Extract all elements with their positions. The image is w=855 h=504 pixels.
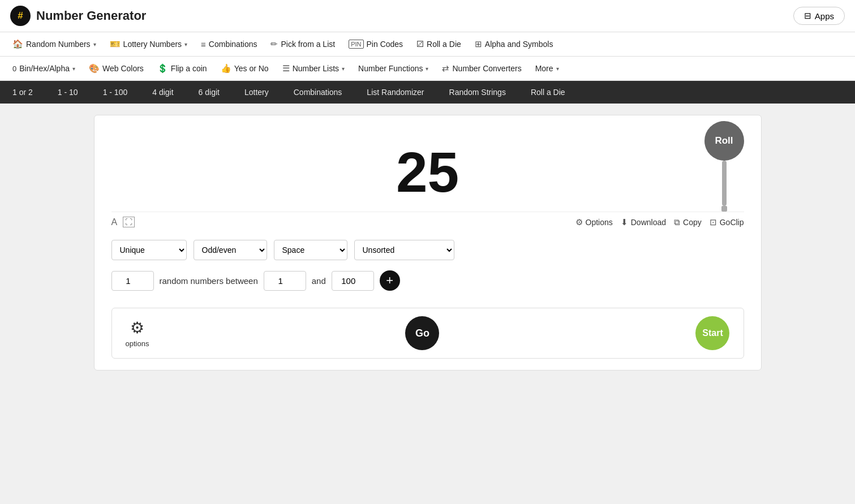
nav2-6digit[interactable]: 6 digit <box>186 81 232 104</box>
apps-label: Apps <box>815 11 834 21</box>
nav1-pin-codes[interactable]: PIN Pin Codes <box>342 33 410 55</box>
nav2-1-10[interactable]: 1 - 10 <box>45 81 91 104</box>
arrow-icon-6: ▾ <box>556 66 559 72</box>
font-size-button[interactable]: A <box>111 217 118 227</box>
nav2-1or2[interactable]: 1 or 2 <box>0 81 45 104</box>
nav1-bin-hex[interactable]: 0 Bin/Hex/Alpha ▾ <box>6 57 82 80</box>
nav1-roll-a-die[interactable]: ⚂ Roll a Die <box>410 32 468 56</box>
nav1-number-functions[interactable]: Number Functions ▾ <box>351 57 435 80</box>
max-input[interactable] <box>332 271 374 291</box>
nav2-combinations[interactable]: Combinations <box>281 81 355 104</box>
toolbar-left: A ⛶ <box>111 217 566 227</box>
separator-select[interactable]: Space Comma New line <box>274 240 347 260</box>
apps-button[interactable]: ⊟ Apps <box>793 7 845 25</box>
expand-icon: ⛶ <box>123 217 135 227</box>
site-title: Number Generator <box>36 8 146 23</box>
arrow-icon-5: ▾ <box>426 66 428 72</box>
nav2-4digit[interactable]: 4 digit <box>140 81 186 104</box>
odd-even-select[interactable]: Odd/even Odd only Even only <box>194 240 267 260</box>
logo-icon: # <box>10 6 31 26</box>
arrow-icon-2: ▾ <box>184 41 187 48</box>
copy-label: Copy <box>683 218 702 227</box>
nav1-number-converters[interactable]: ⇄ Number Converters <box>435 57 528 80</box>
convert-icon: ⇄ <box>442 63 449 74</box>
nav1-pick-from-list[interactable]: ✏ Pick from a List <box>264 32 342 56</box>
nav2-list-randomizer[interactable]: List Randomizer <box>354 81 436 104</box>
main-content: Roll 25 A ⛶ ⚙ Options <box>88 104 767 382</box>
tablet-icon: ⊟ <box>804 11 811 21</box>
goclip-icon: ⊡ <box>710 217 717 227</box>
thumbs-icon: 👍 <box>221 63 231 74</box>
nav1-alpha-symbols[interactable]: ⊞ Alpha and Symbols <box>468 32 560 56</box>
expand-button[interactable]: ⛶ <box>123 217 135 227</box>
goclip-label: GoClip <box>720 218 744 227</box>
bottom-bar: ⚙ options Go Start <box>111 308 744 359</box>
download-button[interactable]: ⬇ Download <box>621 217 666 227</box>
nav1-combinations[interactable]: ≡ Combinations <box>194 33 264 56</box>
nav2: 1 or 2 1 - 10 1 - 100 4 digit 6 digit Lo… <box>0 81 855 104</box>
nav1-flip-coin-label: Flip a coin <box>171 64 207 73</box>
options-button[interactable]: ⚙ Options <box>575 217 613 227</box>
nav1-number-lists[interactable]: ☰ Number Lists ▾ <box>276 57 351 80</box>
rng-between-label: random numbers between <box>160 276 258 286</box>
copy-button[interactable]: ⧉ Copy <box>674 217 702 227</box>
nav2-lottery[interactable]: Lottery <box>232 81 281 104</box>
nav1-number-lists-label: Number Lists <box>293 64 339 73</box>
and-label: and <box>312 276 326 286</box>
copy-icon: ⧉ <box>674 217 680 227</box>
generator-card: Roll 25 A ⛶ ⚙ Options <box>94 115 762 371</box>
nav1-row2: 0 Bin/Hex/Alpha ▾ 🎨 Web Colors 💲 Flip a … <box>0 57 855 81</box>
nav1-lottery-numbers[interactable]: 🎫 Lottery Numbers ▾ <box>103 32 194 56</box>
toolbar-right: ⚙ Options ⬇ Download ⧉ Copy ⊡ GoClip <box>575 217 744 227</box>
nav1-web-colors-label: Web Colors <box>102 64 144 73</box>
nav2-random-strings[interactable]: Random Strings <box>437 81 518 104</box>
nav2-1-100[interactable]: 1 - 100 <box>91 81 140 104</box>
count-input[interactable] <box>111 271 154 291</box>
download-icon: ⬇ <box>621 217 628 227</box>
nav1-number-converters-label: Number Converters <box>452 64 521 73</box>
roll-bottom <box>721 206 727 212</box>
toolbar: A ⛶ ⚙ Options ⬇ Download ⧉ Copy <box>111 212 744 232</box>
nav1-random-numbers[interactable]: 🏠 Random Numbers ▾ <box>6 32 103 56</box>
zero-icon: 0 <box>12 64 16 73</box>
start-button[interactable]: Start <box>695 316 729 350</box>
nav1: 🏠 Random Numbers ▾ 🎫 Lottery Numbers ▾ ≡… <box>0 32 855 57</box>
nav1-combinations-label: Combinations <box>209 40 257 49</box>
font-icon: A <box>111 217 118 227</box>
download-label: Download <box>631 218 666 227</box>
header: # Number Generator ⊟ Apps <box>0 0 855 32</box>
rng-row: random numbers between and + <box>111 265 744 299</box>
nav1-flip-coin[interactable]: 💲 Flip a coin <box>151 57 214 80</box>
nav1-alpha-symbols-label: Alpha and Symbols <box>485 40 553 49</box>
arrow-icon: ▾ <box>93 41 96 48</box>
nav1-web-colors[interactable]: 🎨 Web Colors <box>82 57 151 80</box>
nav1-number-functions-label: Number Functions <box>358 64 423 73</box>
nav1-yes-no-label: Yes or No <box>234 64 269 73</box>
gear-options-label: options <box>126 339 149 348</box>
coin-icon: 💲 <box>157 63 168 74</box>
nav1-roll-a-die-label: Roll a Die <box>427 40 461 49</box>
sort-select[interactable]: Unsorted Sorted ascending Sorted descend… <box>354 240 454 260</box>
go-button[interactable]: Go <box>405 316 439 350</box>
alpha-icon: ⊞ <box>475 39 482 49</box>
pencil-icon: ✏ <box>270 39 278 49</box>
nav1-bin-hex-label: Bin/Hex/Alpha <box>19 64 70 73</box>
nav1-pick-from-list-label: Pick from a List <box>281 40 335 49</box>
nav1-more-label: More <box>535 64 553 73</box>
home-icon: 🏠 <box>12 39 23 49</box>
goclip-button[interactable]: ⊡ GoClip <box>710 217 744 227</box>
add-row-button[interactable]: + <box>380 270 400 291</box>
options-row: Unique Non-unique Odd/even Odd only Even… <box>111 232 744 265</box>
nav1-lottery-numbers-label: Lottery Numbers <box>123 40 182 49</box>
nav1-yes-no[interactable]: 👍 Yes or No <box>214 57 276 80</box>
unique-select[interactable]: Unique Non-unique <box>111 240 187 260</box>
nav2-roll-a-die[interactable]: Roll a Die <box>518 81 578 104</box>
gear-options[interactable]: ⚙ options <box>126 318 149 348</box>
gear-icon: ⚙ <box>130 318 144 337</box>
min-input[interactable] <box>264 271 306 291</box>
logo-area: # Number Generator <box>10 6 793 26</box>
nav1-more[interactable]: More ▾ <box>529 57 566 80</box>
lottery-icon: 🎫 <box>110 39 121 49</box>
nav1-random-numbers-label: Random Numbers <box>26 40 91 49</box>
arrow-icon-3: ▾ <box>72 66 75 72</box>
